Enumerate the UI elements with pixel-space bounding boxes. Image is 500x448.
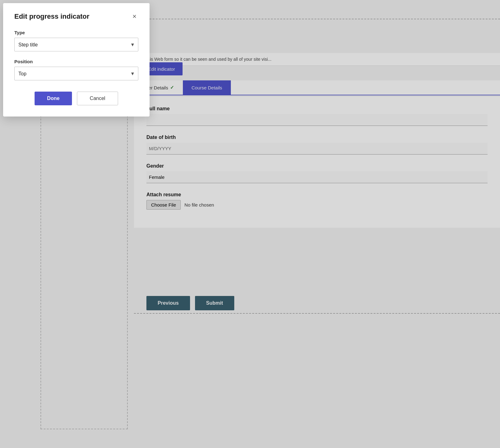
done-button[interactable]: Done (35, 92, 72, 105)
position-label: Position (14, 59, 138, 64)
position-select[interactable]: Top Bottom Left Right (14, 67, 138, 80)
modal-title: Edit progress indicator (14, 12, 89, 21)
position-field: Position Top Bottom Left Right (14, 59, 138, 80)
modal-header: Edit progress indicator × (14, 12, 138, 21)
type-select-wrapper: Step title Step number Progress bar (14, 38, 138, 51)
modal-close-button[interactable]: × (131, 12, 138, 21)
edit-progress-modal: Edit progress indicator × Type Step titl… (3, 3, 150, 117)
cancel-button[interactable]: Cancel (77, 92, 118, 105)
modal-buttons: Done Cancel (14, 92, 138, 105)
type-select[interactable]: Step title Step number Progress bar (14, 38, 138, 51)
type-label: Type (14, 30, 138, 35)
type-field: Type Step title Step number Progress bar (14, 30, 138, 51)
position-select-wrapper: Top Bottom Left Right (14, 67, 138, 80)
